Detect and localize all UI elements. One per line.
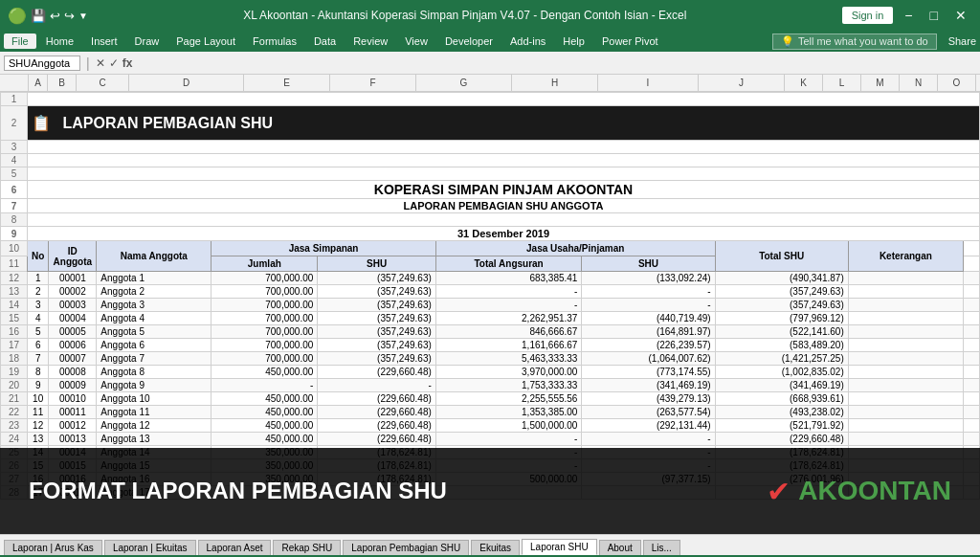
th-jumlah: Jumlah <box>212 256 318 272</box>
tab-add-ins[interactable]: Add-ins <box>502 33 553 49</box>
tab-data[interactable]: Data <box>306 33 344 49</box>
table-row: 2 📋 LAPORAN PEMBAGIAN SHU <box>1 106 980 141</box>
table-row: 12 1 00001 Anggota 1 700,000.00 (357,249… <box>1 272 980 285</box>
tab-view[interactable]: View <box>397 33 435 49</box>
window-title: XL Akoontan - Akuntansi Koperasi Simpan … <box>88 9 842 22</box>
ribbon-search[interactable]: 💡 Tell me what you want to do <box>772 33 937 50</box>
sheet-tab-laporan-pembagian-shu[interactable]: Laporan Pembagian SHU <box>343 540 469 555</box>
sheet-tabs: Laporan | Arus Kas Laporan | Ekuitas Lap… <box>0 534 980 555</box>
sheet-table: 1 2 📋 LAPORAN PEMBAGIAN SHU 3 4 5 6 <box>0 92 980 500</box>
table-row: 19 8 00008 Anggota 8 450,000.00 (229,660… <box>1 366 980 379</box>
col-a[interactable]: A <box>29 75 48 91</box>
row-num: 9 <box>1 227 28 241</box>
formula-bar: | ✕ ✓ fx <box>0 52 980 75</box>
tab-developer[interactable]: Developer <box>437 33 501 49</box>
table-row: 15 4 00004 Anggota 4 700,000.00 (357,249… <box>1 312 980 325</box>
sheet-tab-about[interactable]: About <box>599 540 641 555</box>
row-num: 11 <box>1 256 28 272</box>
sign-in-button[interactable]: Sign in <box>842 7 894 24</box>
tab-home[interactable]: Home <box>38 33 81 49</box>
akoontan-logo: ✔ AKOONTAN <box>767 475 951 508</box>
row-num: 22 <box>1 406 28 419</box>
col-l[interactable]: L <box>823 75 861 91</box>
sheet-tab-rekap-shu[interactable]: Rekap SHU <box>273 540 341 555</box>
minimize-button[interactable]: − <box>899 6 918 25</box>
share-button[interactable]: Share <box>948 35 976 47</box>
cancel-formula-icon[interactable]: ✕ <box>96 56 105 70</box>
table-row: 10 No IDAnggota Nama Anggota Jasa Simpan… <box>1 241 980 256</box>
tab-file[interactable]: File <box>4 33 36 49</box>
quick-access-more[interactable]: ▼ <box>78 11 88 21</box>
row-num: 21 <box>1 392 28 406</box>
table-row: 1 <box>1 93 980 106</box>
th-shu-simpan: SHU <box>318 256 435 272</box>
table-row: 6 KOPERASI SIMPAN PINJAM AKOONTAN <box>1 181 980 199</box>
table-row: 9 31 Desember 2019 <box>1 227 980 241</box>
col-c[interactable]: C <box>77 75 129 91</box>
row-num: 17 <box>1 339 28 352</box>
header-icon: 📋 <box>32 115 51 131</box>
table-row: 23 12 00012 Anggota 12 450,000.00 (229,6… <box>1 419 980 433</box>
col-d[interactable]: D <box>129 75 244 91</box>
table-row: 17 6 00006 Anggota 6 700,000.00 (357,249… <box>1 339 980 352</box>
col-f[interactable]: F <box>330 75 416 91</box>
row-num: 6 <box>1 181 28 199</box>
insert-function-icon[interactable]: fx <box>122 56 133 70</box>
formula-input[interactable] <box>136 56 976 71</box>
col-k[interactable]: K <box>785 75 823 91</box>
col-i[interactable]: I <box>598 75 699 91</box>
quick-access-redo[interactable]: ↪ <box>64 9 75 23</box>
ribbon-tabs: File Home Insert Draw Page Layout Formul… <box>0 31 980 52</box>
col-m[interactable]: M <box>861 75 900 91</box>
sheet-tab-lis[interactable]: Lis... <box>643 540 680 555</box>
row-num: 18 <box>1 352 28 366</box>
th-no: No <box>28 241 49 272</box>
row-num: 3 <box>1 141 28 154</box>
table-row: 5 <box>1 167 980 181</box>
row-num: 5 <box>1 167 28 181</box>
row-num: 14 <box>1 299 28 312</box>
row-num: 19 <box>1 366 28 379</box>
row-num: 15 <box>1 312 28 325</box>
tab-insert[interactable]: Insert <box>83 33 125 49</box>
table-row: 3 <box>1 141 980 154</box>
sheet-tab-ekuitas[interactable]: Ekuitas <box>471 540 520 555</box>
tab-help[interactable]: Help <box>555 33 592 49</box>
th-nama-anggota: Nama Anggota <box>97 241 212 272</box>
col-g[interactable]: G <box>416 75 512 91</box>
quick-access-save[interactable]: 💾 <box>31 9 46 23</box>
akoontan-brand-name: AKOONTAN <box>798 476 951 506</box>
tab-page-layout[interactable]: Page Layout <box>168 33 243 49</box>
name-box[interactable] <box>4 56 80 71</box>
bottom-overlay: FORMAT LAPORAN PEMBAGIAN SHU ✔ AKOONTAN <box>0 448 980 534</box>
tab-power-pivot[interactable]: Power Pivot <box>594 33 666 49</box>
confirm-formula-icon[interactable]: ✓ <box>109 56 119 70</box>
table-row: 14 3 00003 Anggota 3 700,000.00 (357,249… <box>1 299 980 312</box>
quick-access-undo[interactable]: ↩ <box>50 9 60 23</box>
col-j[interactable]: J <box>699 75 785 91</box>
col-o[interactable]: O <box>938 75 976 91</box>
tab-draw[interactable]: Draw <box>127 33 167 49</box>
title-bar-left: 🟢 💾 ↩ ↪ ▼ <box>8 7 88 25</box>
col-n[interactable]: N <box>900 75 938 91</box>
col-b[interactable]: B <box>48 75 77 91</box>
sheet-tab-laporan-shu[interactable]: Laporan SHU <box>522 539 597 555</box>
sheet-tab-laporan-ekuitas[interactable]: Laporan | Ekuitas <box>104 540 196 555</box>
table-row: 4 <box>1 154 980 167</box>
row-num: 23 <box>1 419 28 433</box>
report-header: 📋 LAPORAN PEMBAGIAN SHU <box>28 106 980 141</box>
tab-review[interactable]: Review <box>345 33 395 49</box>
row-num: 24 <box>1 433 28 446</box>
table-row: 21 10 00010 Anggota 10 450,000.00 (229,6… <box>1 392 980 406</box>
th-jasa-usaha: Jasa Usaha/Pinjaman <box>435 241 715 256</box>
col-e[interactable]: E <box>244 75 330 91</box>
col-h[interactable]: H <box>512 75 598 91</box>
row-num: 4 <box>1 154 28 167</box>
row-num: 12 <box>1 272 28 285</box>
maximize-button[interactable]: □ <box>924 6 944 25</box>
tab-formulas[interactable]: Formulas <box>245 33 304 49</box>
title-bar: 🟢 💾 ↩ ↪ ▼ XL Akoontan - Akuntansi Kopera… <box>0 0 980 31</box>
sheet-tab-laporan-arus-kas[interactable]: Laporan | Arus Kas <box>4 540 102 555</box>
sheet-tab-laporan-aset[interactable]: Laporan Aset <box>198 540 272 555</box>
close-button[interactable]: ✕ <box>949 6 972 25</box>
